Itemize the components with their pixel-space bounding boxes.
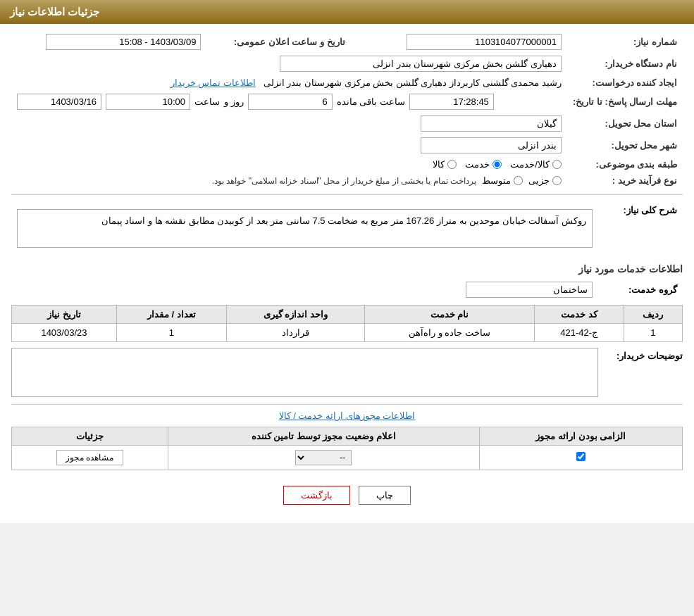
radio-goods-label: کالا	[433, 159, 445, 170]
cell-unit: قرارداد	[226, 324, 364, 342]
buyer-notes-section: توضیحات خریدار:	[11, 348, 683, 397]
radio-partial: جزیی	[528, 175, 562, 186]
col-qty: تعداد / مقدار	[116, 306, 226, 324]
province-value: گیلان	[11, 113, 567, 134]
process-type-label: نوع فرآیند خرید :	[567, 172, 683, 189]
city-label: شهر محل تحویل:	[567, 134, 683, 156]
page-title: جزئیات اطلاعات نیاز	[10, 6, 99, 18]
radio-goods-input[interactable]	[447, 160, 457, 169]
perm-col-status: اعلام وضعیت مجوز توسط تامین کننده	[168, 427, 479, 446]
col-code: کد خدمت	[534, 306, 624, 324]
col-row: ردیف	[624, 306, 682, 324]
info-table: شماره نیاز: 1103104077000001 تاریخ و ساع…	[11, 31, 683, 189]
view-permit-button[interactable]: مشاهده مجوز	[56, 450, 123, 465]
perm-required-checkbox[interactable]	[576, 452, 585, 461]
city-value: بندر انزلی	[11, 134, 567, 156]
announce-date-box: 1403/03/09 - 15:08	[46, 34, 201, 50]
services-table: ردیف کد خدمت نام خدمت واحد اندازه گیری ت…	[11, 305, 683, 342]
description-content: روکش آسفالت خیابان موحدین به متراز 167.2…	[11, 201, 598, 256]
process-type-row: جزیی متوسط پرداخت تمام یا بخشی از مبلغ خ…	[11, 172, 567, 189]
permissions-table: الزامی بودن ارائه مجوز اعلام وضعیت مجوز …	[11, 427, 683, 470]
reply-date-box: 1403/03/16	[17, 94, 101, 110]
reply-time-box: 10:00	[106, 94, 190, 110]
radio-medium-input[interactable]	[514, 176, 523, 185]
services-section-title: اطلاعات خدمات مورد نیاز	[11, 263, 683, 275]
buyer-org-label: نام دستگاه خریدار:	[567, 53, 683, 75]
back-button[interactable]: بازگشت	[283, 486, 350, 505]
need-number-label: شماره نیاز:	[567, 31, 683, 53]
radio-medium-label: متوسط	[482, 175, 511, 186]
cell-name: ساخت جاده و راه‌آهن	[364, 324, 534, 342]
province-box: گیلان	[421, 115, 562, 132]
perm-status-select[interactable]: --	[295, 450, 352, 465]
days-label: روز و	[224, 96, 244, 107]
description-table: شرح کلی نیاز: روکش آسفالت خیابان موحدین …	[11, 201, 683, 256]
need-number-box: 1103104077000001	[407, 34, 562, 50]
requester-label: ایجاد کننده درخواست:	[567, 75, 683, 91]
category-radios: کالا/خدمت خدمت کالا	[11, 156, 567, 172]
requester-text: رشید محمدی گلشنی کاربرداز دهیاری گلشن بخ…	[264, 77, 562, 88]
print-button[interactable]: چاپ	[359, 486, 411, 505]
col-unit: واحد اندازه گیری	[226, 306, 364, 324]
category-label: طبقه بندی موضوعی:	[567, 156, 683, 172]
service-group-table: گروه خدمت: ساختمان	[11, 279, 683, 301]
radio-service: خدمت	[465, 159, 502, 170]
radio-partial-input[interactable]	[552, 176, 562, 185]
radio-goods-service: کالا/خدمت	[510, 159, 562, 170]
reply-days-box: 6	[248, 94, 333, 110]
perm-detail-cell: مشاهده مجوز	[12, 446, 168, 470]
city-box: بندر انزلی	[421, 137, 562, 153]
divider-2	[11, 404, 683, 405]
remaining-label: ساعت باقی مانده	[337, 96, 405, 107]
radio-service-label: خدمت	[465, 159, 490, 170]
permissions-link[interactable]: اطلاعات مجوزهای ارائه خدمت / کالا	[11, 410, 683, 421]
radio-partial-label: جزیی	[528, 175, 550, 186]
footer-buttons: چاپ بازگشت	[11, 477, 683, 516]
radio-service-input[interactable]	[492, 160, 502, 169]
table-row: 1 ج-42-421 ساخت جاده و راه‌آهن قرارداد 1…	[12, 324, 683, 342]
service-group-label: گروه خدمت:	[598, 279, 683, 301]
description-box: روکش آسفالت خیابان موحدین به متراز 167.2…	[17, 209, 593, 248]
main-content: شماره نیاز: 1103104077000001 تاریخ و ساع…	[0, 24, 694, 523]
col-date: تاریخ نیاز	[12, 306, 117, 324]
cell-code: ج-42-421	[534, 324, 624, 342]
reply-deadline-row: 17:28:45 ساعت باقی مانده 6 روز و ساعت 10…	[11, 91, 567, 113]
reply-deadline-label: مهلت ارسال پاسخ: تا تاریخ:	[567, 91, 683, 113]
time-label: ساعت	[194, 96, 220, 107]
radio-medium: متوسط	[482, 175, 523, 186]
service-group-box: ساختمان	[466, 282, 593, 298]
perm-col-required: الزامی بودن ارائه مجوز	[479, 427, 682, 446]
announce-date-label: تاریخ و ساعت اعلان عمومی:	[206, 31, 350, 53]
divider-1	[11, 194, 683, 195]
announce-date-value: 1403/03/09 - 15:08	[11, 31, 206, 53]
buyer-org-box: دهیاری گلشن بخش مرکزی شهرستان بندر انزلی	[280, 56, 562, 72]
process-note: پرداخت تمام یا بخشی از مبلغ خریدار از مح…	[212, 176, 476, 186]
col-name: نام خدمت	[364, 306, 534, 324]
province-label: استان محل تحویل:	[567, 113, 683, 134]
page-wrapper: جزئیات اطلاعات نیاز شماره نیاز: 11031040…	[0, 0, 694, 523]
radio-goods-service-label: کالا/خدمت	[510, 159, 550, 170]
requester-contact-link[interactable]: اطلاعات تماس خریدار	[171, 77, 256, 88]
requester-value: رشید محمدی گلشنی کاربرداز دهیاری گلشن بخ…	[11, 75, 567, 91]
radio-goods: کالا	[433, 159, 457, 170]
buyer-org-value: دهیاری گلشن بخش مرکزی شهرستان بندر انزلی	[11, 53, 567, 75]
need-number-value: 1103104077000001	[372, 31, 567, 53]
perm-col-details: جزئیات	[12, 427, 168, 446]
cell-date: 1403/03/23	[12, 324, 117, 342]
description-text: روکش آسفالت خیابان موحدین به متراز 167.2…	[101, 215, 586, 226]
page-header: جزئیات اطلاعات نیاز	[0, 0, 694, 24]
cell-qty: 1	[116, 324, 226, 342]
service-group-value: ساختمان	[11, 279, 598, 301]
buyer-notes-textarea[interactable]	[11, 348, 598, 397]
perm-required-cell	[479, 446, 682, 470]
reply-remaining-box: 17:28:45	[409, 94, 494, 110]
perm-table-row: -- مشاهده مجوز	[12, 446, 683, 470]
cell-row: 1	[624, 324, 682, 342]
permissions-link-text: اطلاعات مجوزهای ارائه خدمت / کالا	[279, 410, 416, 421]
description-label: شرح کلی نیاز:	[598, 201, 683, 256]
buyer-notes-label: توضیحات خریدار:	[605, 348, 683, 361]
perm-status-cell: --	[168, 446, 479, 470]
radio-goods-service-input[interactable]	[552, 160, 562, 169]
